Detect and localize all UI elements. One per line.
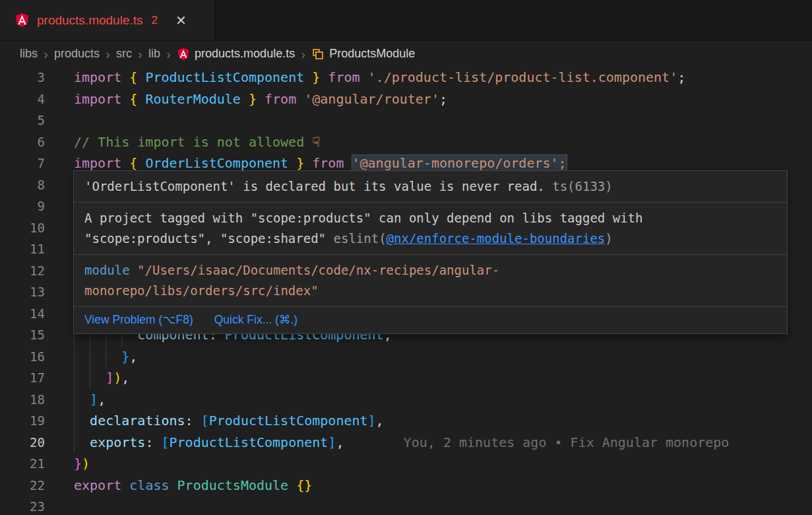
code-line-3[interactable]: 3import { ProductListComponent } from '.…	[0, 67, 812, 88]
breadcrumb-separator: ›	[301, 47, 305, 61]
code-line-20[interactable]: 20 exports: [ProductListComponent],You, …	[0, 432, 812, 454]
code-line-5[interactable]: 5	[0, 110, 812, 131]
code-token: ProductListComponent	[170, 434, 328, 450]
indent-guide	[74, 367, 75, 389]
code-token: import	[74, 69, 121, 85]
line-number[interactable]: 20	[0, 432, 45, 454]
tab-close-button[interactable]: ✕	[175, 14, 187, 27]
code-token	[74, 392, 90, 407]
hover-text: eslint(	[334, 231, 387, 246]
code-token: exports	[90, 434, 145, 450]
line-number[interactable]: 7	[0, 153, 45, 174]
hover-text: )	[605, 231, 612, 246]
indent-guide	[74, 346, 75, 368]
code-content: },	[74, 346, 812, 368]
code-token: {	[129, 155, 137, 171]
code-content	[74, 110, 812, 131]
breadcrumb: libs › products › src › lib › products.m…	[0, 41, 812, 67]
line-number[interactable]: 6	[0, 131, 45, 153]
indent-guide	[106, 346, 106, 368]
code-line-21[interactable]: 21})	[0, 453, 812, 475]
code-line-6[interactable]: 6// This import is not allowed ☟	[0, 131, 812, 153]
line-number[interactable]: 13	[0, 281, 45, 303]
code-content	[74, 496, 812, 514]
code-token: }	[121, 349, 129, 364]
code-token: {	[129, 69, 137, 85]
breadcrumb-item-symbol[interactable]: ProductsModule	[311, 47, 415, 61]
hover-section-3: module "/Users/isaac/Documents/code/nx-r…	[74, 255, 787, 307]
code-content: // This import is not allowed ☟	[74, 131, 812, 153]
code-line-18[interactable]: 18 ],	[0, 389, 812, 411]
git-blame-annotation: You, 2 minutes ago • Fix Angular monorep…	[404, 432, 730, 454]
code-token	[344, 155, 352, 171]
code-token: ,	[376, 413, 384, 429]
code-line-16[interactable]: 16 },	[0, 346, 812, 368]
line-number[interactable]: 21	[0, 453, 45, 475]
hover-text: monorepo/libs/orders/src/index"	[84, 283, 319, 298]
line-number[interactable]: 12	[0, 260, 45, 282]
line-number[interactable]: 9	[0, 195, 45, 217]
hover-text: module	[84, 263, 137, 277]
code-token: ,	[121, 370, 129, 386]
code-token: [	[201, 413, 209, 429]
line-number[interactable]: 10	[0, 217, 45, 239]
code-token: }	[296, 155, 304, 171]
hover-message-line: "scope:products", "scope:shared" eslint(…	[84, 228, 776, 249]
code-token	[74, 434, 90, 450]
eslint-rule-link[interactable]: @nx/enforce-module-boundaries	[387, 231, 606, 246]
view-problem-action[interactable]: View Problem (⌥F8)	[84, 313, 193, 327]
line-number[interactable]: 22	[0, 475, 45, 497]
code-line-4[interactable]: 4import { RouterModule } from '@angular/…	[0, 88, 812, 110]
tab-problems-badge: 2	[152, 14, 158, 27]
code-line-23[interactable]: 23	[0, 496, 812, 514]
breadcrumb-item-lib[interactable]: lib	[148, 47, 160, 61]
hover-section-2: A project tagged with "scope:products" c…	[74, 203, 787, 255]
code-token: ProductListComponent	[145, 69, 304, 85]
tab-products-module-ts[interactable]: products.module.ts 2 ✕	[0, 0, 215, 40]
code-line-17[interactable]: 17 ]),	[0, 367, 812, 389]
code-token: from	[265, 91, 296, 107]
breadcrumb-item-file[interactable]: products.module.ts	[177, 47, 295, 61]
line-number[interactable]: 4	[0, 88, 45, 110]
code-token	[121, 155, 129, 171]
line-number[interactable]: 8	[0, 174, 45, 196]
line-number[interactable]: 5	[0, 110, 45, 131]
hover-text: 'OrderListComponent' is declared but its…	[84, 179, 545, 193]
code-token: '@angular-monorepo/orders';	[352, 155, 567, 171]
tab-bar: products.module.ts 2 ✕	[0, 0, 812, 41]
line-number[interactable]: 14	[0, 303, 45, 325]
breadcrumb-separator: ›	[106, 47, 110, 61]
code-content: export class ProductsModule {}	[74, 475, 812, 497]
line-number[interactable]: 3	[0, 67, 45, 88]
angular-icon	[177, 48, 190, 61]
breadcrumb-symbol-label: ProductsModule	[329, 47, 415, 61]
code-token: ProductListComponent	[209, 413, 368, 429]
hover-text: "/Users/isaac/Documents/code/nx-recipes/…	[137, 263, 499, 277]
code-token: import	[74, 155, 121, 171]
code-token	[241, 91, 249, 107]
indent-guide	[74, 432, 75, 454]
code-token: }	[312, 69, 320, 85]
editor: 3import { ProductListComponent } from '.…	[0, 67, 812, 514]
code-token: './product-list/product-list.component'	[368, 69, 678, 85]
line-number[interactable]: 11	[0, 238, 45, 260]
line-number[interactable]: 15	[0, 324, 45, 346]
indent-guide	[74, 389, 75, 411]
code-token: ]	[106, 370, 113, 386]
code-token: ]	[90, 392, 98, 407]
code-line-22[interactable]: 22export class ProductsModule {}	[0, 475, 812, 497]
line-number[interactable]: 19	[0, 410, 45, 432]
code-line-19[interactable]: 19 declarations: [ProductListComponent],	[0, 410, 812, 432]
code-token: ,	[336, 434, 344, 450]
line-number[interactable]: 16	[0, 346, 45, 368]
indent-guide	[90, 367, 90, 389]
breadcrumb-item-libs[interactable]: libs	[20, 47, 38, 61]
quick-fix-action[interactable]: Quick Fix... (⌘.)	[214, 313, 297, 327]
code-token: ;	[439, 91, 447, 107]
line-number[interactable]: 18	[0, 389, 45, 411]
breadcrumb-item-src[interactable]: src	[116, 47, 132, 61]
angular-icon	[15, 13, 30, 28]
line-number[interactable]: 23	[0, 496, 45, 514]
breadcrumb-item-products[interactable]: products	[54, 47, 100, 61]
line-number[interactable]: 17	[0, 367, 45, 389]
